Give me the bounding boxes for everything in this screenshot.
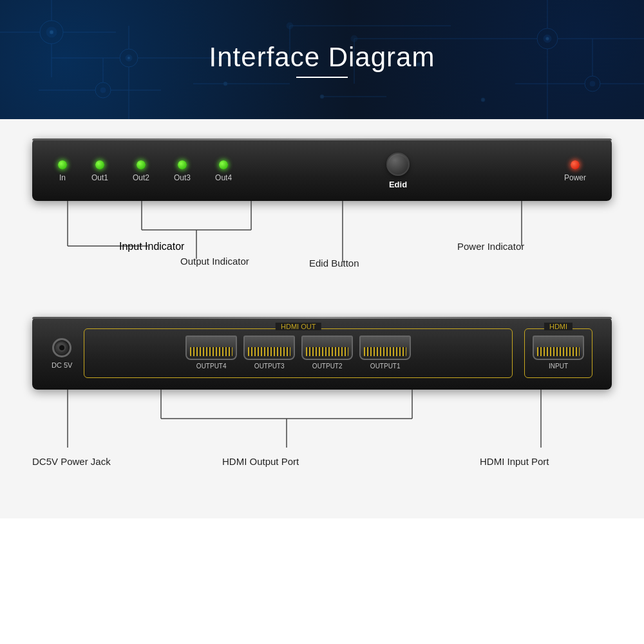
edid-button-label: Edid Button [309,258,359,269]
led-out1-label: Out1 [91,173,108,182]
led-out1: Out1 [91,160,108,182]
hdmi-input-label: INPUT [549,363,568,370]
dc-power-callout-label: DC5V Power Jack [32,456,111,467]
power-jack-wrap: DC 5V [52,338,72,369]
led-out3-dot [178,160,187,169]
hdmi-in-group: HDMI INPUT [524,328,592,378]
header-banner: Interface Diagram [0,0,644,119]
svg-point-27 [590,81,595,86]
led-out3: Out3 [174,160,191,182]
led-out4-dot [219,160,228,169]
hdmi-in-group-label: HDMI [544,323,573,330]
led-in-dot [58,160,67,169]
edid-button-wrap: Edid [386,153,410,189]
top-device-face: In Out1 Out2 Out3 [32,138,612,201]
hdmi-out2-label: OUTPUT2 [312,363,343,370]
input-indicator-label: Input Indicator [119,241,184,252]
bottom-callout-area: DC5V Power Jack HDMI Output Port HDMI In… [32,390,612,473]
edid-button[interactable] [386,153,410,176]
led-out3-label: Out3 [174,173,191,182]
hdmi-out-ports-row: OUTPUT4 OUTPUT3 OUTPUT2 OUTPUT1 [92,336,504,370]
power-led-group: Power [564,160,586,182]
hdmi-input-port: INPUT [533,336,584,370]
svg-point-21 [546,37,549,41]
dc-power-jack [52,338,71,357]
hdmi-output-callout-label: HDMI Output Port [222,456,299,467]
svg-point-42 [481,98,485,102]
led-in-label: In [59,173,66,182]
output-indicator-label: Output Indicator [180,256,249,267]
hdmi-port-output2-connector [301,336,353,360]
edid-label: Edid [389,180,407,189]
dc-label: DC 5V [52,361,72,369]
led-in: In [58,160,67,182]
hdmi-out3-label: OUTPUT3 [254,363,285,370]
svg-point-9 [128,57,130,59]
led-out2-label: Out2 [133,173,149,182]
led-out4: Out4 [215,160,232,182]
hdmi-input-callout-label: HDMI Input Port [480,456,549,467]
svg-point-15 [100,88,106,93]
hdmi-port-output4-connector [185,336,237,360]
hdmi-port-output2: OUTPUT2 [301,336,353,370]
led-out1-dot [95,160,104,169]
led-out2-dot [137,160,146,169]
power-led-label: Power [564,173,586,182]
hdmi-out-group: HDMI OUT OUTPUT4 OUTPUT3 OUTPUT2 [84,328,513,378]
hdmi-out4-label: OUTPUT4 [196,363,227,370]
main-content: In Out1 Out2 Out3 [0,119,644,518]
hdmi-port-output1-connector [359,336,411,360]
led-out4-label: Out4 [215,173,232,182]
bottom-device-face: DC 5V HDMI OUT OUTPUT4 OUTPUT3 [32,317,612,390]
top-device-section: In Out1 Out2 Out3 [32,138,612,291]
hdmi-port-output4: OUTPUT4 [185,336,237,370]
led-out2: Out2 [133,160,149,182]
hdmi-port-output3-connector [243,336,295,360]
power-led-dot [571,160,580,169]
power-indicator-label: Power Indicator [457,241,524,252]
svg-point-2 [50,30,53,34]
hdmi-out-group-label: HDMI OUT [276,323,321,330]
page-title: Interface Diagram [209,42,435,78]
hdmi-port-output1: OUTPUT1 [359,336,411,370]
hdmi-out1-label: OUTPUT1 [370,363,401,370]
hdmi-port-output3: OUTPUT3 [243,336,295,370]
top-callout-area: Input Indicator Output Indicator Edid Bu… [32,201,612,291]
led-group: In Out1 Out2 Out3 [58,160,232,182]
hdmi-input-connector [533,336,584,360]
bottom-device-section: DC 5V HDMI OUT OUTPUT4 OUTPUT3 [32,317,612,473]
